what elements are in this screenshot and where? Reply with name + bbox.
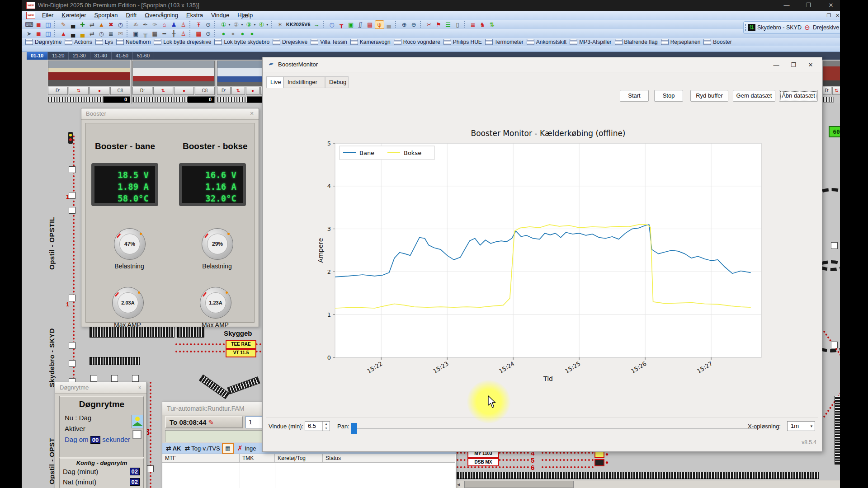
grid-icon[interactable]: ▦ [151, 30, 159, 38]
track-sensor[interactable] [111, 375, 118, 382]
feature-button-lok-bytte-drejeskive[interactable]: Lok bytte drejeskive [154, 39, 211, 45]
to-time-button[interactable]: To 08:08:44 ✎ [165, 416, 243, 428]
page-tab-31-40[interactable]: 31-40 [90, 52, 112, 60]
direction-button[interactable]: D: [132, 87, 152, 95]
vindue-spinbox[interactable]: 6.5 ▲▼ [305, 421, 330, 431]
page-tab-51-60[interactable]: 51-60 [133, 52, 154, 60]
aktiver-checkbox[interactable] [132, 430, 142, 439]
track-sensor[interactable] [69, 360, 75, 367]
tee-junction-icon[interactable]: ┳ [337, 21, 346, 28]
gantry-icon[interactable]: ╥ [141, 30, 150, 38]
feature-button-rejseplanen[interactable]: Rejseplanen [661, 39, 701, 45]
speed-arrows-button[interactable]: ⇅ [153, 87, 173, 95]
table-header-k-ret-j-tog[interactable]: Køretøj/Tog [275, 454, 323, 463]
feature-button-kameravogn[interactable]: Kameravogn [350, 39, 391, 45]
run2-icon[interactable]: ● [248, 30, 256, 38]
page-tab-01-10[interactable]: 01-10 [27, 52, 48, 60]
spinner-arrows-icon[interactable]: ▲▼ [322, 422, 330, 431]
turnout-green-icon[interactable]: ⇅ [488, 21, 496, 28]
monitor-title-bar[interactable]: ✒ BoosterMonitor — ❐ ✕ [263, 57, 822, 72]
route-3-icon[interactable]: ③ [245, 21, 253, 28]
maximize-button[interactable]: ❐ [802, 1, 815, 10]
cursor-select-icon[interactable]: ➤ [25, 30, 33, 38]
mdi-close-button[interactable]: ✕ [834, 12, 840, 19]
track-sensor[interactable] [69, 192, 75, 199]
console-icon[interactable]: ⌨ [25, 21, 33, 28]
monitor-minimize-button[interactable]: — [769, 60, 784, 70]
dropdown-arrow-icon[interactable]: ▼ [228, 23, 231, 26]
speed-ruler[interactable] [132, 97, 189, 103]
radio-tower-icon[interactable]: ψ [375, 21, 384, 28]
feature-button-ankomstskilt[interactable]: Ankomstskilt [527, 39, 566, 45]
table-header-mtf[interactable]: MTF [162, 454, 240, 463]
speed-arrows-button[interactable]: ⇅ [69, 87, 89, 95]
signature-icon[interactable]: ✒ [141, 21, 150, 28]
clock2-icon[interactable]: ◷ [97, 30, 106, 38]
scrollbar-thumb[interactable] [464, 481, 574, 488]
loco-flag-icon[interactable]: ⚑ [434, 21, 443, 28]
signal-mast-icon[interactable]: ╂ [170, 30, 178, 38]
stylus-icon[interactable]: ✑ [151, 21, 159, 28]
train-label[interactable]: VT 11.5 [226, 349, 256, 357]
menu-drift[interactable]: Drift [122, 11, 141, 19]
plan-icon[interactable]: ▣ [132, 30, 140, 38]
speed-ruler[interactable] [217, 97, 248, 103]
ak-toggle[interactable]: AK [173, 445, 181, 452]
table-view-icon[interactable]: ▦ [222, 443, 234, 454]
horizontal-scrollbar[interactable]: ◀ ▶ [455, 480, 840, 488]
magnifier2-icon[interactable]: ⊙ [204, 30, 212, 38]
drejeskive-button[interactable]: Drejeskive [813, 24, 839, 31]
train-icon[interactable]: ▤ [366, 21, 374, 28]
track-segment[interactable] [457, 472, 819, 479]
menu-sporplan[interactable]: Sporplan [90, 11, 122, 19]
track-sensor[interactable] [69, 342, 75, 349]
feature-button-termometer[interactable]: Termometer [485, 39, 524, 45]
track-sensor[interactable] [69, 166, 75, 173]
feature-button-roco-vognd-re[interactable]: Roco vogndøre [394, 39, 440, 45]
direction-button[interactable]: D: [48, 87, 68, 95]
figure-red-icon[interactable]: ♙ [179, 30, 188, 38]
close-button[interactable]: ✕ [825, 1, 837, 10]
monitor-close-button[interactable]: ✕ [803, 60, 818, 70]
page-tab-41-50[interactable]: 41-50 [112, 52, 133, 60]
booster-window-title[interactable]: Booster [81, 108, 259, 120]
save-icon[interactable]: ◫ [44, 21, 52, 28]
page-tab-21-30[interactable]: 21-30 [69, 52, 90, 60]
direction-button[interactable]: D: [217, 87, 231, 95]
stop-light-button[interactable]: ● [90, 87, 109, 95]
kmh-icon[interactable]: ◷ [116, 21, 125, 28]
menu-vindue[interactable]: Vindue [207, 11, 233, 19]
monitor-tab-indstillinger[interactable]: Indstillinger [283, 76, 325, 88]
mdi-minimize-button[interactable]: – [816, 12, 824, 19]
maxamp-knob-bokse[interactable]: 1.23A [200, 287, 231, 319]
stop-icon[interactable]: ▣ [347, 21, 355, 28]
loco-sleep-icon[interactable]: ▄ [385, 21, 393, 28]
dropdown-arrow-icon[interactable]: ▼ [241, 23, 244, 26]
direction-button[interactable]: D: [823, 87, 831, 95]
dropdown-arrow-icon[interactable]: ▼ [266, 23, 269, 26]
menu-køretøjer[interactable]: Køretøjer [57, 11, 90, 19]
route-4-icon[interactable]: ④ [257, 21, 266, 28]
stop-light-button[interactable]: ● [246, 87, 259, 95]
loco-yellow-icon[interactable]: ▄ [78, 30, 87, 38]
loco-photo[interactable] [48, 61, 130, 86]
close-icon[interactable]: x [136, 384, 144, 391]
start-button[interactable]: Start [620, 90, 649, 102]
edit-plan-icon[interactable]: ✍ [132, 21, 140, 28]
monitor-tab-live[interactable]: Live [266, 76, 283, 88]
pipes-icon[interactable]: ☰ [444, 21, 453, 28]
ryd-buffer-button[interactable]: Ryd buffer [690, 90, 728, 102]
track-sensor[interactable] [69, 295, 75, 301]
signal-lamp[interactable] [594, 459, 604, 466]
tour-table[interactable]: MTFTMKKøretøj/TogStatus [162, 454, 456, 488]
track-segment[interactable] [227, 376, 260, 394]
track-sensor[interactable] [90, 375, 97, 382]
track-sensor[interactable] [69, 207, 75, 214]
tools-icon[interactable]: ✶ [276, 21, 284, 28]
menu-filer[interactable]: Filer [38, 11, 57, 19]
train-label[interactable]: DSB MX [467, 458, 499, 466]
minimize-button[interactable]: — [780, 1, 793, 10]
feature-button-drejeskive[interactable]: Drejeskive [273, 39, 307, 45]
loco-icon[interactable]: ▄ [69, 21, 77, 28]
clear-icon[interactable]: ✗ [237, 444, 243, 452]
